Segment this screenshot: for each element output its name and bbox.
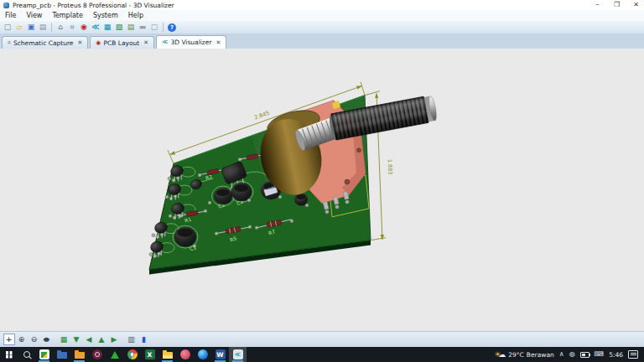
3d-viewport-canvas[interactable]: C1 C2 C3 R5 R7 R1 R2 bbox=[0, 49, 644, 331]
file-explorer-icon bbox=[163, 352, 173, 359]
taskbar-app-button[interactable] bbox=[88, 347, 106, 362]
board-explorer-button[interactable]: ▥ bbox=[126, 334, 138, 345]
taskbar-word-button[interactable]: W bbox=[211, 347, 229, 362]
rotate-left-icon: ◀ bbox=[86, 335, 92, 344]
taskbar-app-button[interactable] bbox=[53, 347, 70, 362]
tab-close-icon[interactable]: ✕ bbox=[77, 39, 82, 46]
edge-icon bbox=[198, 349, 208, 359]
report-button[interactable]: ▢ bbox=[149, 22, 160, 33]
navigate-icon: + bbox=[6, 335, 13, 344]
taskbar-app-button[interactable] bbox=[176, 347, 194, 362]
zoom-all-button[interactable]: ● bbox=[41, 334, 53, 345]
folder-icon bbox=[75, 352, 85, 359]
print-icon: ▤ bbox=[39, 23, 47, 31]
menu-view[interactable]: View bbox=[21, 10, 47, 21]
play-triangle-icon bbox=[111, 351, 119, 359]
proteus-app-icon bbox=[3, 3, 9, 8]
gerber-grid-icon: ▦ bbox=[104, 23, 112, 31]
pcb-layout-button[interactable]: ◉ bbox=[79, 22, 90, 33]
new-design-icon: ▢ bbox=[4, 23, 12, 31]
3d-visualizer-button[interactable]: ≪ bbox=[91, 22, 101, 33]
pcb-tab-icon: ◉ bbox=[96, 40, 101, 46]
network-icon[interactable]: ◍ bbox=[569, 351, 575, 358]
schematic-icon: ⌗ bbox=[70, 23, 74, 31]
minimize-button[interactable]: – bbox=[589, 0, 605, 10]
taskbar-app-button[interactable] bbox=[70, 347, 88, 362]
save-icon: ▣ bbox=[28, 23, 35, 31]
app-icon bbox=[39, 349, 49, 359]
weather-widget[interactable]: ☀ ☁ 29°C Berawan bbox=[494, 350, 554, 359]
rotate-right-button[interactable]: ▶ bbox=[108, 334, 120, 345]
proteus-window: Preamp_pcb - Proteus 8 Professional - 3D… bbox=[0, 0, 644, 362]
taskbar-app-button[interactable] bbox=[35, 347, 53, 362]
taskbar-edge-button[interactable] bbox=[194, 347, 211, 362]
taskbar-proteus-button[interactable]: ≪ bbox=[229, 347, 247, 362]
bill-of-materials-button[interactable]: ▤ bbox=[126, 22, 137, 33]
photos-icon bbox=[180, 349, 190, 359]
taskbar-search-button[interactable] bbox=[18, 347, 35, 362]
home-icon: ⌂ bbox=[58, 23, 63, 31]
taskbar-chrome-button[interactable] bbox=[123, 347, 141, 362]
board-view-icon: ▦ bbox=[60, 335, 68, 344]
battery-icon[interactable] bbox=[580, 352, 589, 358]
schematic-capture-button[interactable]: ⌗ bbox=[67, 22, 78, 33]
design-explorer-button[interactable]: ▧ bbox=[114, 22, 125, 33]
tab-label: Schematic Capture bbox=[13, 39, 74, 47]
board-height-dimension: 1.883 bbox=[387, 159, 394, 175]
report-icon: ▢ bbox=[151, 23, 158, 31]
restore-button[interactable]: ❐ bbox=[609, 0, 625, 10]
tab-pcb-layout[interactable]: ◉ PCB Layout ✕ bbox=[90, 36, 154, 49]
tab-close-icon[interactable]: ✕ bbox=[216, 39, 221, 46]
start-button[interactable] bbox=[0, 347, 18, 362]
menu-template[interactable]: Template bbox=[47, 10, 88, 21]
tab-label: 3D Visualizer bbox=[170, 39, 211, 46]
rotate-right-icon: ▶ bbox=[112, 335, 117, 344]
tab-3d-visualizer[interactable]: ≪ 3D Visualizer ✕ bbox=[156, 35, 226, 49]
pcb-target-icon: ◉ bbox=[80, 23, 87, 31]
electrical-rules-button[interactable]: ▬ bbox=[138, 22, 148, 33]
taskbar-excel-button[interactable]: X bbox=[141, 347, 158, 362]
cloud-icon: ☁ bbox=[498, 350, 506, 359]
main-toolbar: ▢ ▱ ▣ ▤ ⌂ ⌗ ◉ ≪ ▦ ▧ ▤ ▬ ▢ ? bbox=[0, 21, 644, 34]
fullscreen-button[interactable]: ▮ bbox=[138, 334, 150, 345]
toolbar-separator bbox=[51, 23, 52, 32]
view-toolbar: + ⊕ ⊖ ● ▦ ▼ ◀ ▲ ▶ ▥ ▮ bbox=[0, 331, 644, 347]
windows-taskbar: X W ≪ ☀ ☁ 29°C Berawan ∧ ◍ ⌨ 5:46 bbox=[0, 347, 644, 362]
save-design-button[interactable]: ▣ bbox=[26, 22, 37, 33]
zoom-out-button[interactable]: ⊖ bbox=[29, 334, 40, 345]
keyboard-icon[interactable]: ⌨ bbox=[595, 351, 605, 358]
top-view-button[interactable]: ▲ bbox=[96, 334, 107, 345]
rotate-left-button[interactable]: ◀ bbox=[83, 334, 95, 345]
tray-overflow-chevron[interactable]: ∧ bbox=[559, 351, 564, 358]
taskbar-file-explorer-button[interactable] bbox=[158, 347, 176, 362]
schematic-tab-icon: ⌗ bbox=[8, 40, 11, 46]
help-button[interactable]: ? bbox=[167, 22, 178, 33]
close-button[interactable]: ✕ bbox=[628, 0, 644, 10]
weather-temperature: 29°C bbox=[508, 351, 524, 359]
excel-icon: X bbox=[145, 349, 155, 359]
zoom-in-button[interactable]: ⊕ bbox=[16, 334, 28, 345]
taskbar-clock[interactable]: 5:46 bbox=[609, 351, 623, 359]
zoom-in-icon: ⊕ bbox=[18, 335, 25, 344]
proteus-taskbar-icon: ≪ bbox=[233, 349, 243, 359]
action-center-icon[interactable] bbox=[628, 350, 638, 359]
home-page-button[interactable]: ⌂ bbox=[55, 22, 66, 33]
new-design-button[interactable]: ▢ bbox=[3, 22, 13, 33]
open-folder-icon: ▱ bbox=[17, 23, 23, 31]
component-view-button[interactable]: ▼ bbox=[70, 334, 82, 345]
fullscreen-icon: ▮ bbox=[142, 335, 146, 344]
tab-schematic-capture[interactable]: ⌗ Schematic Capture ✕ bbox=[2, 36, 88, 49]
tab-close-icon[interactable]: ✕ bbox=[143, 39, 148, 46]
3d-viewport[interactable]: C1 C2 C3 R5 R7 R1 R2 bbox=[0, 49, 644, 331]
title-bar: Preamp_pcb - Proteus 8 Professional - 3D… bbox=[0, 0, 644, 10]
menu-file[interactable]: File bbox=[0, 10, 21, 21]
navigate-button[interactable]: + bbox=[3, 334, 15, 345]
menu-system[interactable]: System bbox=[88, 10, 123, 21]
taskbar-app-button[interactable] bbox=[106, 347, 123, 362]
print-design-button[interactable]: ▤ bbox=[38, 22, 49, 33]
menu-help[interactable]: Help bbox=[123, 10, 148, 21]
open-design-button[interactable]: ▱ bbox=[14, 22, 25, 33]
gerber-viewer-button[interactable]: ▦ bbox=[102, 22, 113, 33]
board-view-button[interactable]: ▦ bbox=[58, 334, 70, 345]
design-explorer-icon: ▧ bbox=[116, 23, 123, 31]
